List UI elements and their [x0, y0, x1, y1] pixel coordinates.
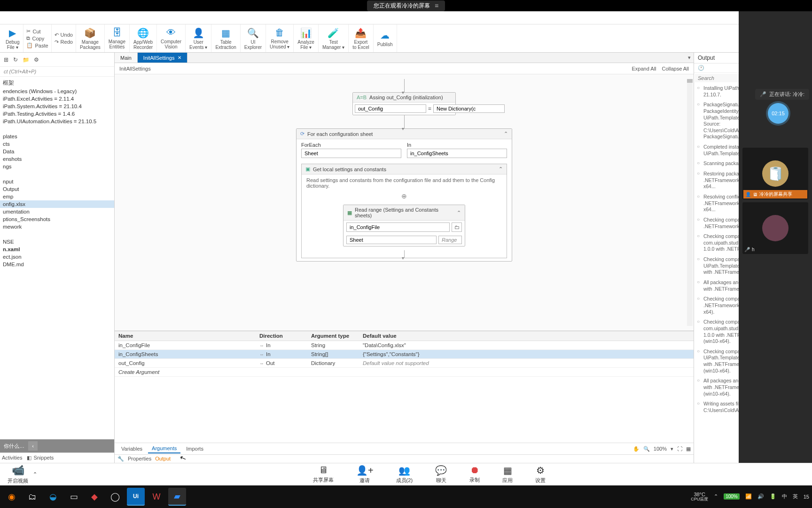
open-folder-icon[interactable]: 📁	[23, 56, 29, 63]
project-search[interactable]: ct (Ctrl+Alt+P)	[0, 67, 114, 77]
readrange-sheet-input[interactable]	[346, 236, 437, 244]
cut-button[interactable]: ✂Cut	[26, 28, 48, 34]
copy-button[interactable]: ⧉Copy	[26, 35, 48, 41]
col-direction[interactable]: Direction	[256, 331, 307, 341]
collapse-foreach-icon[interactable]: ⌃	[504, 131, 508, 137]
zoom-share-button[interactable]: 🖥共享屏幕	[310, 465, 336, 484]
tree-item[interactable]: onfig.xlsx	[0, 200, 114, 208]
assign-activity[interactable]: A=B Assing out_Config (initialization) =	[352, 92, 456, 115]
timer-badge[interactable]: 02:15	[768, 103, 789, 124]
paste-button[interactable]: 📋Paste	[26, 42, 48, 48]
tree-item[interactable]: plates	[0, 133, 114, 140]
tree-item[interactable]: DME.md	[0, 261, 114, 268]
ribbon-export-button[interactable]: 📤Export to Excel	[349, 24, 374, 52]
expand-all-button[interactable]: Expand All	[632, 66, 656, 71]
tree-item[interactable]: cts	[0, 140, 114, 148]
tab-imports[interactable]: Imports	[182, 444, 207, 453]
settings-gear-icon[interactable]: ⚙	[34, 56, 39, 63]
tree-item[interactable]: iPath.System.Activities = 21.10.4	[0, 103, 114, 110]
col-name[interactable]: Name	[115, 331, 256, 341]
zoom-search-icon[interactable]: 🔍	[643, 446, 650, 452]
create-argument-row[interactable]: Create Argument	[115, 368, 694, 377]
ribbon-manage-button[interactable]: 🗄Manage Entities	[105, 24, 130, 52]
tab-arguments[interactable]: Arguments	[148, 444, 180, 453]
overview-icon[interactable]: ▦	[686, 446, 691, 452]
video-dropdown-icon[interactable]: ⌃	[33, 471, 37, 477]
canvas-scrollbar[interactable]	[687, 79, 693, 326]
tree-item[interactable]: Output	[0, 185, 114, 193]
assign-to-input[interactable]	[355, 104, 426, 113]
tree-item[interactable]	[0, 125, 114, 133]
argument-row[interactable]: out_Config↔OutDictionaryDefault value no…	[115, 359, 694, 368]
tree-item[interactable]: iPath.UIAutomation.Activities = 21.10.5	[0, 118, 114, 125]
sequence-activity[interactable]: ▣ Get local settings and constants ⌃ Rea…	[301, 164, 507, 258]
canvas-scroll-thumb[interactable]	[687, 79, 693, 83]
zoom-members-button[interactable]: 👥成员(2)	[393, 465, 415, 484]
tree-item[interactable]: nput	[0, 178, 114, 185]
tree-item[interactable]: mework	[0, 223, 114, 230]
foreach-var-input[interactable]	[301, 149, 401, 158]
file-explorer-icon[interactable]: 🗂	[23, 488, 41, 506]
tab-initallsettings[interactable]: InitAllSettings ✕	[138, 53, 187, 63]
tray-chevron-icon[interactable]: ⌃	[714, 493, 718, 500]
clock-icon[interactable]: 🕐	[698, 65, 704, 71]
zoom-chat-button[interactable]: 💬聊天	[432, 465, 450, 484]
col-type[interactable]: Argument type	[307, 331, 359, 341]
tab-output[interactable]: Output	[155, 456, 171, 462]
tab-main[interactable]: Main	[115, 53, 138, 63]
ribbon-appweb-button[interactable]: 🌐App/Web Recorder	[130, 24, 157, 52]
tree-item[interactable]	[0, 230, 114, 238]
close-tab-icon[interactable]: ✕	[178, 55, 181, 60]
tree-item[interactable]: Data	[0, 148, 114, 155]
participant-2[interactable]: 🎤 h	[742, 202, 808, 254]
argument-row[interactable]: in_ConfigFile↔InString"Data\Config.xlsx"	[115, 341, 694, 350]
zoom-apps-button[interactable]: ▦应用	[500, 465, 515, 484]
tree-item[interactable]: NSE	[0, 238, 114, 246]
tree-item[interactable]: n.xaml	[0, 246, 114, 253]
refresh-icon[interactable]: ↻	[13, 56, 18, 63]
battery-icon[interactable]: 100%	[724, 493, 740, 500]
tree-item[interactable]: iPath.Testing.Activities = 1.4.6	[0, 110, 114, 118]
uipath-icon[interactable]: Ui	[127, 488, 145, 506]
ribbon-analyze-button[interactable]: 📊Analyze File ▾	[294, 24, 319, 52]
app-icon[interactable]: ◆	[86, 488, 103, 506]
tree-item[interactable]: iPath.Excel.Activities = 2.11.4	[0, 95, 114, 103]
temperature-widget[interactable]: 38°C CPU温度	[691, 492, 708, 502]
breadcrumb-text[interactable]: InitAllSettings	[119, 66, 151, 71]
taskview-icon[interactable]: ▭	[65, 488, 83, 506]
ime-icon-2[interactable]: 英	[793, 493, 798, 500]
zoom-invite-button[interactable]: 👤+邀请	[353, 465, 376, 484]
assign-value-input[interactable]	[433, 104, 505, 113]
ribbon-manage-button[interactable]: 📦Manage Packages	[76, 24, 105, 52]
tab-variables[interactable]: Variables	[117, 444, 146, 453]
tab-snippets[interactable]: ◧Snippets	[27, 455, 54, 461]
tree-item[interactable]	[0, 170, 114, 178]
ribbon-remove-button[interactable]: 🗑Remove Unused ▾	[266, 24, 294, 52]
wps-icon[interactable]: W	[148, 488, 165, 506]
wifi-icon[interactable]: 📶	[745, 493, 752, 500]
ribbon-computer-button[interactable]: 👁Computer Vision	[157, 24, 186, 52]
chevron-left-icon[interactable]: ‹	[28, 441, 38, 451]
ribbon-test-button[interactable]: 🧪Test Manager ▾	[319, 24, 349, 52]
volume-icon[interactable]: 🔊	[757, 493, 764, 500]
tabs-dropdown-icon[interactable]: ▾	[685, 53, 694, 63]
foreach-in-input[interactable]	[407, 149, 507, 158]
pan-icon[interactable]: ✋	[633, 446, 640, 452]
chrome-icon[interactable]: ◯	[106, 488, 124, 506]
start-video-button[interactable]: 📹 开启视频	[5, 464, 31, 484]
zoom-settings-button[interactable]: ⚙设置	[532, 465, 548, 484]
ribbon-table-button[interactable]: ▦Table Extraction	[211, 24, 240, 52]
readrange-file-input[interactable]	[346, 222, 450, 232]
undo-button[interactable]: ↶Undo	[55, 32, 73, 38]
col-default[interactable]: Default value	[359, 331, 694, 341]
zoom-dropdown-icon[interactable]: ▾	[671, 446, 673, 452]
edge-icon[interactable]: ◒	[44, 488, 62, 506]
tree-item[interactable]: emp	[0, 193, 114, 200]
readrange-activity[interactable]: ▦ Read range (Settings and Constants she…	[343, 205, 465, 246]
collapse-sequence-icon[interactable]: ⌃	[499, 166, 503, 172]
fit-screen-icon[interactable]: ⛶	[677, 446, 682, 452]
tree-item[interactable]: ptions_Screenshots	[0, 215, 114, 223]
zoom-record-button[interactable]: ⏺录制	[467, 465, 483, 484]
tree-item[interactable]: 框架	[0, 79, 114, 87]
browse-folder-icon[interactable]: 🗀	[452, 222, 462, 232]
